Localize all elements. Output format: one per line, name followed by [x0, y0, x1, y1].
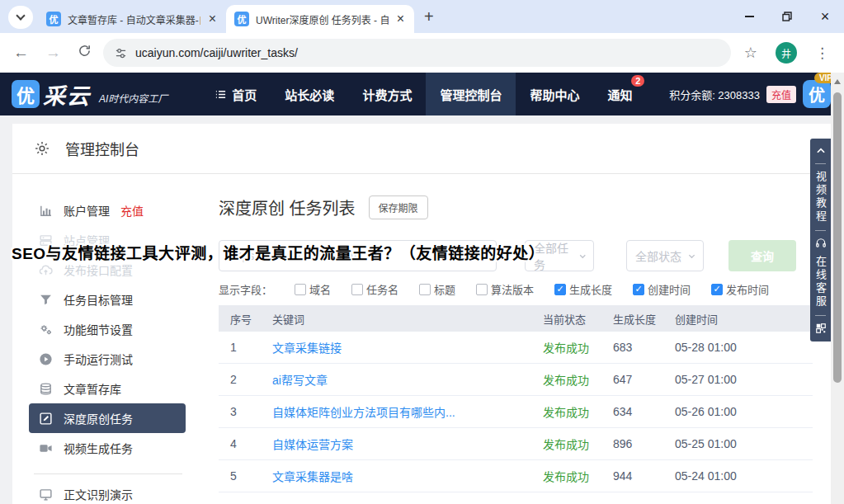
sidebar-item-video-tasks[interactable]: 视频生成任务 — [29, 433, 186, 463]
page-scrollbar[interactable] — [831, 73, 844, 504]
sidebar-item-label: 文章暂存库 — [64, 380, 121, 397]
close-window-button[interactable]: × — [806, 0, 844, 33]
sidebar-item-label: 发布接口配置 — [64, 261, 133, 278]
tab-close-icon[interactable]: × — [207, 12, 218, 26]
field-checkbox-algorithm[interactable]: 算法版本 — [476, 281, 534, 297]
scroll-up-arrow-icon[interactable] — [834, 79, 841, 84]
video-tutorial-button[interactable]: 视频教程 — [815, 171, 826, 224]
keyword-link[interactable]: ai帮写文章 — [272, 374, 328, 387]
sidebar-item-feature-settings[interactable]: 功能细节设置 — [29, 314, 186, 344]
console-card: 管理控制台 账户管理 充值 站点管理 发布接口配置 任务目标管理 — [12, 124, 831, 504]
logo-text[interactable]: 采云 — [43, 78, 91, 111]
restore-button[interactable] — [768, 0, 806, 33]
site-nav: 优 采云 AI时代内容工厂 首页 站长必读 计费方式 管理控制台 帮助中心 通知… — [0, 73, 844, 115]
sidebar-item-label: 任务目标管理 — [64, 291, 133, 308]
sidebar-item-text-recognition[interactable]: 正文识别演示 — [29, 479, 186, 504]
field-checkbox-length[interactable]: 生成长度 — [554, 281, 612, 297]
field-checkbox-domain[interactable]: 域名 — [295, 281, 331, 297]
keyword-link[interactable]: 文章采集器是啥 — [272, 470, 353, 483]
browser-tab-active[interactable]: 优 UWriter深度原创 任务列表 - 自 × — [226, 5, 414, 33]
nav-item-label: 计费方式 — [362, 86, 412, 103]
keyword-link[interactable]: 自媒体矩阵创业方法项目有哪些内... — [272, 406, 455, 419]
url-text[interactable]: ucaiyun.com/caiji/uwriter_tasks/ — [135, 46, 298, 59]
tab-search-button[interactable] — [8, 6, 33, 29]
recharge-link[interactable]: 充值 — [120, 202, 144, 219]
nav-right: 积分余额: 2308333 充值 优 VIP — [669, 80, 844, 108]
fields-label: 显示字段： — [219, 281, 272, 297]
video-camera-icon — [39, 441, 53, 455]
status-text: 发布成功 — [529, 371, 603, 388]
sidebar-item-label: 功能细节设置 — [64, 321, 133, 337]
chevron-down-icon — [16, 11, 25, 20]
bookmark-star-icon[interactable]: ☆ — [738, 44, 764, 62]
query-button[interactable]: 查询 — [728, 240, 796, 271]
status-text: 发布成功 — [529, 436, 603, 452]
browser-profile-avatar[interactable]: 井 — [776, 42, 797, 64]
created-time: 05-24 01:00 — [667, 469, 813, 483]
length-value: 647 — [603, 373, 667, 386]
nav-item-pricing[interactable]: 计费方式 — [348, 73, 426, 115]
sidebar-item-label: 正文识别演示 — [64, 486, 133, 502]
field-checkbox-published[interactable]: 发布时间 — [711, 281, 769, 297]
table-row: 2 ai帮写文章 发布成功 647 05-27 01:00 — [219, 364, 813, 396]
table-row: 1 文章采集链接 发布成功 683 05-28 01:00 — [219, 332, 813, 364]
browser-tab-inactive[interactable]: 优 文章暂存库 - 自动文章采集器-自动 × — [38, 5, 226, 33]
online-service-button[interactable]: 在线客服 — [815, 256, 826, 309]
nav-item-label: 帮助中心 — [530, 86, 579, 103]
browser-tab-bar: 优 文章暂存库 - 自动文章采集器-自动 × 优 UWriter深度原创 任务列… — [0, 0, 844, 33]
nav-menu: 首页 站长必读 计费方式 管理控制台 帮助中心 通知 2 — [200, 73, 646, 115]
scrollbar-thumb[interactable] — [833, 92, 842, 383]
keyword-link[interactable]: 文章采集链接 — [272, 341, 342, 355]
tab-close-icon[interactable]: × — [395, 12, 406, 26]
display-fields-row: 显示字段： 域名 任务名 标题 算法版本 生成长度 创建时间 发布时间 — [219, 281, 813, 297]
browser-menu-icon[interactable]: ⋮ — [809, 45, 836, 62]
panel-divider — [815, 163, 826, 164]
table-row: 5 文章采集器是啥 发布成功 944 05-24 01:00 — [219, 460, 813, 492]
nav-item-must-read[interactable]: 站长必读 — [271, 73, 348, 115]
field-checkbox-taskname[interactable]: 任务名 — [351, 281, 398, 297]
nav-item-help[interactable]: 帮助中心 — [516, 73, 593, 115]
field-checkbox-title[interactable]: 标题 — [419, 281, 455, 297]
table-row: 4 自媒体运营方案 发布成功 896 05-25 01:00 — [219, 428, 813, 460]
sidebar-item-account[interactable]: 账户管理 充值 — [29, 195, 186, 225]
monitor-icon — [39, 488, 53, 502]
length-value: 634 — [603, 405, 667, 418]
user-avatar[interactable]: 优 VIP — [803, 80, 831, 108]
reload-icon[interactable] — [73, 44, 97, 62]
back-icon[interactable]: ← — [8, 44, 34, 62]
nav-item-console[interactable]: 管理控制台 — [426, 73, 516, 115]
nav-item-notice[interactable]: 通知 2 — [593, 73, 646, 115]
checkbox-label: 标题 — [434, 281, 455, 297]
tune-icon — [115, 47, 127, 59]
length-value: 683 — [603, 341, 667, 354]
notice-badge: 2 — [631, 75, 644, 87]
logo-icon[interactable]: 优 — [12, 80, 40, 108]
url-box[interactable]: ucaiyun.com/caiji/uwriter_tasks/ — [103, 39, 731, 67]
list-title: 深度原创 任务列表 — [219, 195, 356, 219]
checkbox-label: 发布时间 — [726, 281, 769, 297]
database-icon — [39, 382, 53, 396]
field-checkbox-created[interactable]: 创建时间 — [633, 281, 691, 297]
nav-item-home[interactable]: 首页 — [200, 73, 271, 115]
sidebar-item-manual-test[interactable]: 手动运行测试 — [29, 344, 186, 374]
tab-title: 文章暂存库 - 自动文章采集器-自动 — [68, 12, 200, 26]
forward-icon[interactable]: → — [40, 44, 66, 62]
new-tab-button[interactable]: + — [424, 7, 434, 26]
col-header-status: 当前状态 — [529, 311, 603, 327]
float-side-panel: 视频教程 在线客服 — [810, 139, 831, 341]
sidebar-item-deep-original[interactable]: 深度原创任务 — [29, 403, 186, 433]
chevron-up-icon[interactable] — [815, 145, 827, 157]
minimize-button[interactable] — [730, 0, 768, 33]
table-row: 3 自媒体矩阵创业方法项目有哪些内... 发布成功 634 05-26 01:0… — [219, 396, 813, 428]
qr-code-icon[interactable] — [815, 323, 827, 334]
save-period-button[interactable]: 保存期限 — [369, 195, 428, 219]
sidebar-item-task-targets[interactable]: 任务目标管理 — [29, 285, 186, 314]
checkbox-icon — [476, 284, 488, 295]
recharge-button[interactable]: 充值 — [766, 86, 796, 103]
created-time: 05-26 01:00 — [667, 405, 813, 418]
keyword-link[interactable]: 自媒体运营方案 — [272, 438, 353, 451]
nav-item-label: 通知 — [607, 86, 632, 103]
nav-item-label: 站长必读 — [285, 86, 334, 103]
sidebar-item-article-store[interactable]: 文章暂存库 — [29, 374, 186, 403]
status-select[interactable]: 全部状态 — [626, 240, 704, 271]
